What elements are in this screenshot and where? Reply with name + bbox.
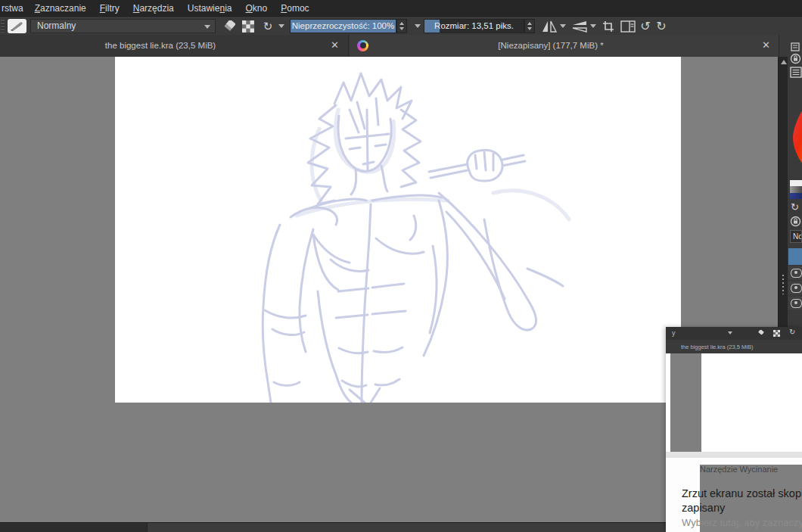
checkerboard-icon — [773, 330, 780, 337]
screenshot-thumbnail-tabrow: the biggest lie.kra (23,5 MiB) — [666, 340, 802, 353]
spinner-up-icon — [399, 22, 404, 25]
lock-docker-icon[interactable] — [790, 53, 801, 67]
brush-size-slider[interactable]: Rozmiar: 13,51 piks. — [424, 19, 524, 33]
color-swatch-white[interactable] — [790, 180, 802, 186]
tab-title: the biggest lie.kra (23,5 MiB) — [0, 41, 321, 50]
eraser-icon — [222, 20, 235, 32]
spinner-up-icon — [527, 22, 532, 25]
eraser-mode-button[interactable] — [221, 19, 236, 33]
mirror-horizontal-icon — [542, 20, 557, 33]
menu-item-narzdzia[interactable]: Narzędzia — [126, 1, 181, 16]
brush-preset-button[interactable] — [8, 19, 26, 33]
layer-blend-mode-field[interactable]: No — [790, 230, 802, 243]
brush-size-spinner[interactable] — [524, 19, 535, 33]
eraser-icon — [757, 330, 764, 337]
chevron-down-icon — [278, 24, 284, 28]
opacity-options-dropdown[interactable] — [412, 19, 423, 33]
notification-title-line1: Zrzut ekranu został skopiowany i — [682, 487, 802, 501]
workspace-icon — [620, 20, 636, 33]
spinner-down-icon — [399, 27, 404, 30]
redo-icon: ↻ — [656, 20, 666, 32]
menu-item-filtry[interactable]: Filtry — [93, 1, 126, 16]
layer-row[interactable] — [788, 266, 802, 279]
brush-preset-icon — [9, 20, 25, 32]
canvas-sketch — [115, 57, 681, 403]
opacity-slider[interactable]: Nieprzezroczystość: 100% — [290, 19, 396, 33]
chevron-down-icon — [415, 24, 421, 28]
undo-icon: ↺ — [640, 20, 650, 32]
krita-window: rstwaZaznaczanieFiltryNarzędziaUstawieni… — [0, 0, 802, 532]
layer-visibility-icon[interactable] — [791, 299, 802, 308]
layer-refresh-icon[interactable]: ↻ — [791, 201, 799, 213]
reload-preset-dropdown[interactable] — [277, 19, 286, 33]
thumb-canvas-margin — [670, 353, 701, 452]
refresh-icon: ↻ — [789, 328, 795, 336]
screenshot-thumbnail-canvas — [666, 353, 802, 452]
notification-title-line2: zapisany — [682, 501, 802, 515]
notification-title: Zrzut ekranu został skopiowany i zapisan… — [682, 487, 802, 515]
spinner-down-icon — [527, 27, 532, 30]
blending-mode-value: Normalny — [37, 20, 76, 31]
layer-lock-icon[interactable] — [790, 216, 801, 230]
chevron-down-icon — [560, 24, 566, 28]
layer-visibility-icon[interactable] — [791, 269, 802, 278]
opacity-spinner[interactable] — [396, 19, 407, 33]
preserve-alpha-button[interactable] — [241, 19, 256, 33]
mirror-horizontal-button[interactable] — [540, 19, 558, 33]
chevron-down-icon — [204, 25, 210, 29]
thumbnail-bottom-strip — [666, 452, 802, 458]
mirror-horizontal-dropdown[interactable] — [558, 19, 567, 33]
redo-button[interactable]: ↻ — [654, 19, 669, 33]
splitter-handle[interactable] — [782, 275, 784, 294]
color-swatch-blue[interactable] — [790, 193, 802, 199]
scroll-up-icon[interactable] — [781, 60, 787, 64]
mirror-vertical-button[interactable] — [570, 19, 589, 33]
close-icon[interactable]: ✕ — [762, 39, 770, 51]
tab-the-biggest-lie[interactable]: the biggest lie.kra (23,5 MiB) ✕ — [0, 35, 349, 57]
document-tabbar: the biggest lie.kra (23,5 MiB) ✕ [Niezap… — [0, 35, 802, 57]
tab-niezapisany[interactable]: [Niezapisany] (177,7 MiB) * ✕ — [350, 35, 779, 57]
reload-preset-button[interactable]: ↻ — [260, 19, 275, 33]
thumb-tab-title: the biggest lie.kra (23,5 MiB) — [681, 344, 753, 350]
menubar: rstwaZaznaczanieFiltryNarzędziaUstawieni… — [0, 0, 802, 16]
screenshot-thumbnail-toolbar: y ↻ — [666, 327, 802, 340]
layer-row[interactable] — [788, 297, 802, 310]
menu-item-zaznaczanie[interactable]: Zaznaczanie — [28, 1, 93, 16]
layer-visibility-icon[interactable] — [791, 284, 802, 293]
close-icon[interactable]: ✕ — [331, 39, 339, 51]
undo-button[interactable]: ↺ — [638, 19, 653, 33]
notification-subtitle: Wybierz tutaj, aby zaznaczyć i — [682, 517, 802, 528]
toolbar: Normalny ↻ Nieprzezroczystość: — [0, 16, 802, 35]
thumb-blend-tail: y — [672, 329, 676, 337]
layer-row[interactable] — [788, 282, 802, 294]
opacity-label: Nieprzezroczystość: 100% — [291, 21, 396, 30]
crop-icon — [602, 20, 614, 33]
snipping-tool-notification[interactable]: y ↻ the biggest lie.kra (23,5 MiB) Na — [666, 327, 802, 532]
menu-item-okno[interactable]: Okno — [239, 1, 275, 16]
toolbar-grip-handle[interactable] — [1, 20, 5, 33]
notification-body[interactable]: Narzędzie Wycinanie Zrzut ekranu został … — [666, 458, 802, 532]
menu-item-pomoc[interactable]: Pomoc — [274, 1, 316, 16]
menu-item-rstwa[interactable]: rstwa — [0, 1, 28, 16]
color-swatch-gray[interactable] — [790, 186, 802, 193]
chevron-down-icon — [590, 24, 596, 28]
color-selector-partial[interactable] — [791, 95, 802, 180]
brush-size-label: Rozmiar: 13,51 piks. — [424, 21, 524, 30]
blending-mode-dropdown[interactable]: Normalny — [30, 19, 216, 33]
mirror-vertical-icon — [572, 20, 587, 33]
list-view-icon[interactable] — [790, 67, 802, 81]
checkerboard-icon — [242, 20, 254, 33]
mirror-vertical-dropdown[interactable] — [589, 19, 598, 33]
refresh-icon: ↻ — [263, 20, 273, 32]
statusbar-left-segment — [0, 523, 148, 532]
chevron-down-icon — [728, 331, 732, 334]
trim-canvas-button[interactable] — [601, 19, 616, 33]
canvas-area[interactable] — [0, 57, 778, 522]
workspace-chooser-button[interactable] — [619, 19, 637, 33]
selected-layer-row[interactable] — [788, 248, 802, 265]
document-canvas[interactable] — [115, 57, 681, 403]
tab-title: [Niezapisany] (177,7 MiB) * — [350, 41, 752, 50]
menu-item-ustawienia[interactable]: Ustawienia — [181, 1, 239, 16]
